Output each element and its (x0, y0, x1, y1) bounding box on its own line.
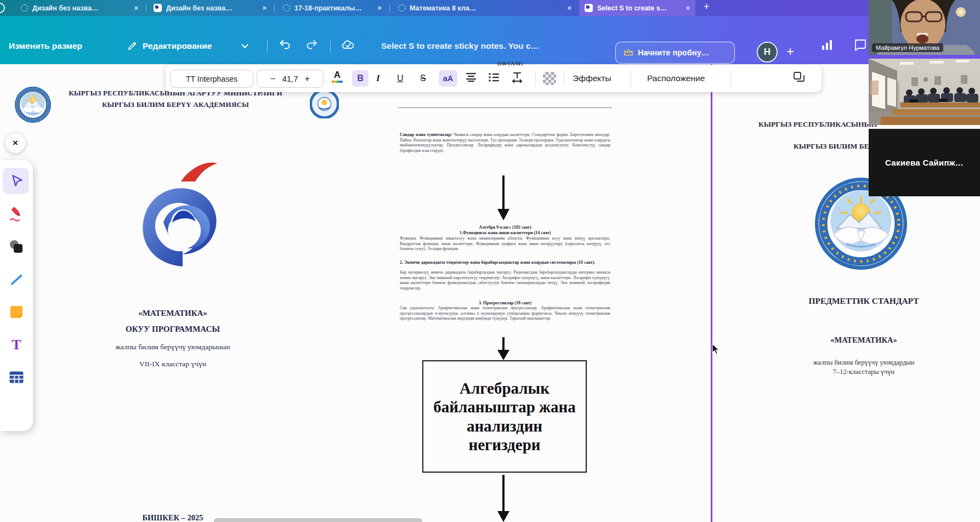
font-size-increase-button[interactable]: + (298, 74, 316, 84)
video-tile-speaker[interactable]: Майрамгул Нурматова (869, 0, 980, 55)
add-member-button[interactable]: + (786, 44, 794, 59)
browser-tab-active[interactable]: Select S to create s… × (579, 0, 695, 16)
tab-close-icon[interactable]: × (134, 4, 138, 12)
text-color-button[interactable]: A (330, 70, 344, 83)
bullet-list-icon[interactable] (488, 72, 500, 84)
sticky-note-tool-icon[interactable] (9, 305, 24, 319)
tab-spinner-icon (21, 4, 28, 12)
undo-icon[interactable] (279, 39, 292, 53)
tab-separator (389, 4, 390, 12)
kyrgyz-emblem-logo (15, 87, 51, 123)
comments-bubble-icon[interactable] (853, 38, 868, 54)
browser-tab-design-1[interactable]: Дизайн без назва… × (15, 0, 144, 16)
close-panel-button[interactable]: × (5, 133, 25, 153)
tab-close-icon[interactable]: × (567, 4, 571, 12)
video-tile-classroom[interactable] (869, 59, 980, 125)
line-tool-icon[interactable] (8, 271, 25, 288)
topic-lead: Сандар жана туюнтмалар: (400, 132, 452, 137)
tab-title: 17-18-практикалы… (294, 4, 373, 12)
program-audience-2: VII-IX класстар үчүн (96, 360, 250, 368)
trial-label: Начните пробну… (638, 48, 709, 57)
arrange-icon[interactable] (793, 71, 805, 86)
strikethrough-button[interactable]: S (420, 73, 426, 83)
text-case-button[interactable]: aA (439, 70, 457, 87)
toolbar-divider (267, 39, 268, 53)
text-tool-icon[interactable]: T (12, 337, 21, 353)
tab-spinner-icon (398, 4, 405, 12)
left-page-title-block: «МАТЕМАТИКА» ОКУУ ПРОГРАММАСЫ жалпы били… (96, 309, 250, 368)
chevron-down-icon[interactable] (241, 41, 248, 51)
cloud-saved-icon (341, 39, 355, 53)
whiteboard-tools-panel: T (0, 160, 33, 431)
underline-button[interactable]: U (397, 73, 404, 83)
standard-audience-1: жалпы билим берүүчү уюмдардын (781, 359, 946, 367)
font-size-value[interactable]: 41,7 (282, 74, 298, 83)
page-rule (398, 107, 612, 108)
browser-tab-mathematics[interactable]: Математика 8 кла… × (393, 0, 577, 16)
edit-mode-button[interactable]: Редактирование (143, 41, 212, 51)
redo-icon[interactable] (305, 39, 318, 53)
tab-title: Select S to create s… (597, 4, 681, 12)
tab-close-icon[interactable]: × (686, 4, 690, 12)
application-window: Дизайн без назва… × Дизайн без назва… × … (0, 0, 980, 522)
browser-tab-design-2[interactable]: Дизайн без назва… × (148, 0, 272, 16)
tab-spinner-icon (283, 4, 290, 12)
participant-name-label: Сакиева Сайипж… (885, 158, 964, 167)
topic-paragraph: Сандар жана туюнтмалар: Чыныгы сандар жа… (400, 132, 610, 154)
start-trial-button[interactable]: Начните пробну… (615, 42, 735, 64)
table-tool-icon[interactable] (9, 371, 24, 384)
video-call-panel: Майрамгул Нурматова (869, 0, 980, 196)
tab-separator (146, 4, 146, 12)
tab-canva-icon (585, 4, 593, 12)
editor-toolbar: Изменить размер Редактирование Select S … (0, 16, 980, 64)
status-hint-text: Select S to create sticky notes. You c… (381, 41, 539, 51)
tab-favicon-fragment-icon (0, 3, 5, 13)
effects-button[interactable]: Эффекты (573, 73, 611, 83)
tab-title: Математика 8 кла… (410, 4, 563, 12)
video-tile-gap (869, 55, 980, 59)
tab-title: Дизайн без назва… (32, 4, 129, 12)
text-align-icon[interactable] (465, 72, 477, 84)
toolbar-divider (330, 39, 331, 53)
transparency-icon[interactable] (543, 72, 556, 85)
user-avatar[interactable]: H (757, 42, 778, 63)
mouse-cursor (712, 343, 720, 355)
ministry-line2: КЫРГЫЗ БИЛИМ БЕРҮҮ АКАДЕМИЯСЫ (55, 100, 296, 109)
marker-tool-icon[interactable] (8, 206, 25, 222)
horizontal-scrollbar[interactable] (214, 518, 422, 522)
hours-note: (136 СААТ) (455, 61, 565, 66)
standard-subject: «МАТЕМАТИКА» (781, 336, 946, 345)
academy-seal-logo (310, 89, 339, 118)
text-format-bar: TT Interphases − 41,7 + A B I U S aA Эфф… (166, 65, 822, 92)
flowchart-box[interactable]: Алгебралык байланыштар жана анализдин не… (422, 360, 587, 473)
position-button[interactable]: Расположение (647, 73, 705, 83)
insights-chart-icon[interactable] (820, 39, 834, 53)
select-tool-icon[interactable] (9, 174, 24, 188)
tab-close-icon[interactable]: × (377, 4, 382, 12)
shape-tool-icon[interactable] (9, 239, 24, 254)
text-color-glyph: A (330, 70, 344, 80)
new-tab-button[interactable]: + (704, 1, 710, 13)
font-size-decrease-button[interactable]: − (264, 74, 282, 84)
bold-button[interactable]: B (352, 70, 369, 87)
resize-button[interactable]: Изменить размер (9, 41, 82, 51)
section2-body: Бир өзгөрмөлүү экинчи даражадагы барабар… (400, 270, 610, 291)
publisher-bird-logo (131, 157, 235, 272)
flow-arrow-down-2 (496, 337, 511, 360)
page-divider-line (711, 64, 712, 522)
design-canvas[interactable]: КЫРГЫЗ РЕСПУБЛИКАСЫНЫН АГАРТУУ МИНИСТРЛИ… (0, 64, 980, 522)
tab-canva-icon (154, 4, 162, 12)
tab-close-icon[interactable]: × (262, 4, 267, 12)
font-family-selector[interactable]: TT Interphases (170, 70, 253, 88)
font-size-stepper[interactable]: − 41,7 + (257, 70, 324, 88)
video-tile-name-card[interactable]: Сакиева Сайипж… (869, 129, 980, 196)
tab-title: Дизайн без назва… (166, 4, 258, 12)
course-heading: Алгебра 9-класс (102 саат) (400, 225, 610, 230)
section1-title: 1.Функциясы жана анын касиеттери (14 саа… (400, 230, 610, 235)
text-spacing-icon[interactable] (511, 72, 523, 85)
color-gradient-bar (332, 81, 343, 83)
program-subtitle: ОКУУ ПРОГРАММАСЫ (96, 325, 250, 334)
browser-tab-practical[interactable]: 17-18-практикалы… × (277, 0, 387, 16)
italic-button[interactable]: I (376, 73, 380, 84)
standard-audience-2: 7–12-класстары үчүн (781, 368, 946, 376)
